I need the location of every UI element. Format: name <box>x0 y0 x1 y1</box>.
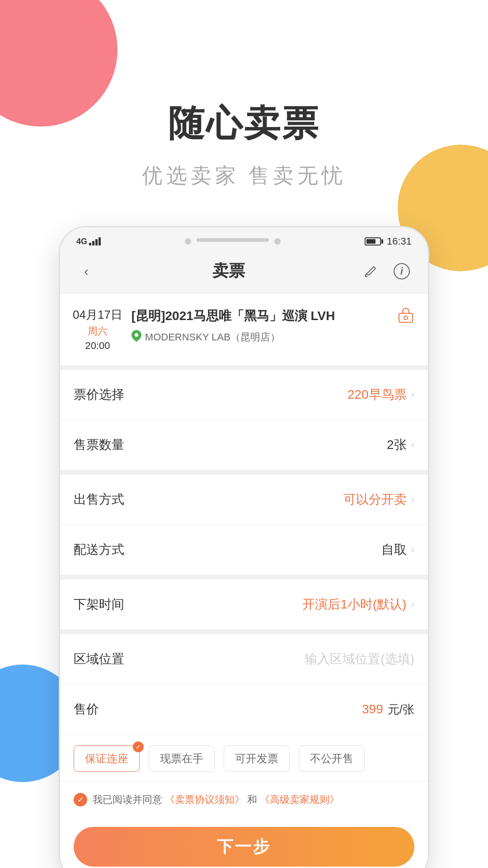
status-bar: 4G 16:31 <box>60 227 428 251</box>
tag-label-2: 可开发票 <box>235 752 278 764</box>
agree-checkbox[interactable]: ✓ <box>74 793 87 807</box>
event-card: 04月17日 周六 20:00 [昆明]2021马思唯「黑马」巡演 LVH M <box>60 293 428 370</box>
status-left: 4G <box>76 237 101 246</box>
sell-method-label: 出售方式 <box>74 491 124 508</box>
delist-time-label: 下架时间 <box>74 596 124 613</box>
agree-text: 我已阅读并同意 《卖票协议须知》 和 《高级卖家规则》 <box>93 792 339 807</box>
chevron-right-icon4: › <box>411 544 414 556</box>
tag-private-sale[interactable]: 不公开售 <box>299 745 365 772</box>
edit-icon <box>364 264 378 278</box>
page-header: 随心卖票 优选卖家 售卖无忧 <box>0 0 488 190</box>
tag-label-3: 不公开售 <box>310 752 353 764</box>
info-icon: i <box>394 263 410 279</box>
svg-point-2 <box>404 316 408 320</box>
tag-invoice[interactable]: 可开发票 <box>224 745 290 772</box>
map-icon[interactable] <box>397 307 414 327</box>
ticket-price-row[interactable]: 票价选择 220早鸟票 › <box>60 370 428 420</box>
delivery-row[interactable]: 配送方式 自取 › <box>60 525 428 575</box>
event-weekday: 周六 <box>88 325 108 338</box>
delist-time-value-area: 开演后1小时(默认) › <box>302 596 414 613</box>
notch <box>197 238 269 242</box>
navigation-bar: ‹ 卖票 i <box>60 251 428 293</box>
battery-icon <box>365 237 383 245</box>
location-value-area: 输入区域位置(选填) <box>305 651 414 668</box>
status-center <box>185 238 281 245</box>
phone-frame: 4G 16:31 <box>59 226 429 868</box>
delivery-value-area: 自取 › <box>381 541 414 558</box>
price-unit: 元/张 <box>388 702 414 717</box>
location-row[interactable]: 区域位置 输入区域位置(选填) <box>60 634 428 684</box>
edit-button[interactable] <box>361 261 381 281</box>
chevron-right-icon5: › <box>411 599 414 610</box>
tag-label-1: 现票在手 <box>160 752 203 764</box>
dot2 <box>274 238 281 245</box>
event-info: [昆明]2021马思唯「黑马」巡演 LVH MODERNSKY LAB（昆明店） <box>131 307 388 344</box>
sell-method-row[interactable]: 出售方式 可以分开卖 › <box>60 475 428 525</box>
price-row[interactable]: 售价 399 元/张 <box>60 684 428 735</box>
tags-row: 保证连座 ✓ 现票在手 可开发票 不公开售 <box>60 735 428 781</box>
sell-method-value-area: 可以分开卖 › <box>343 491 414 508</box>
location-label: 区域位置 <box>74 651 124 668</box>
venue-pin-icon <box>131 330 141 344</box>
section-divider-3 <box>60 630 428 634</box>
agree-link1[interactable]: 《卖票协议须知》 <box>165 794 244 805</box>
ticket-qty-value: 2张 <box>387 436 407 453</box>
form-section: 票价选择 220早鸟票 › 售票数量 2张 › 出售方式 <box>60 370 428 868</box>
event-title: [昆明]2021马思唯「黑马」巡演 LVH <box>131 307 388 325</box>
agree-text-mid: 和 <box>247 794 257 805</box>
event-date: 04月17日 <box>73 307 122 323</box>
svg-point-0 <box>135 333 138 337</box>
agree-text-before: 我已阅读并同意 <box>93 794 162 805</box>
section-divider-2 <box>60 575 428 580</box>
price-number: 399 <box>362 702 383 717</box>
submit-area: 下一步 <box>60 818 428 868</box>
delist-time-row[interactable]: 下架时间 开演后1小时(默认) › <box>60 580 428 630</box>
chevron-right-icon: › <box>411 389 414 401</box>
ticket-qty-value-area: 2张 › <box>387 436 414 453</box>
ticket-qty-label: 售票数量 <box>74 436 124 453</box>
tag-ticket-ready[interactable]: 现票在手 <box>149 745 215 772</box>
svg-rect-1 <box>399 313 413 322</box>
ticket-price-label: 票价选择 <box>74 386 124 403</box>
status-right: 16:31 <box>365 236 412 247</box>
price-label: 售价 <box>74 701 99 718</box>
location-placeholder: 输入区域位置(选填) <box>305 651 414 668</box>
phone-mockup: 4G 16:31 <box>59 226 429 868</box>
ticket-qty-row[interactable]: 售票数量 2张 › <box>60 420 428 470</box>
info-button[interactable]: i <box>392 261 412 281</box>
signal-label: 4G <box>76 237 87 246</box>
submit-button[interactable]: 下一步 <box>74 827 414 867</box>
status-time: 16:31 <box>387 236 412 247</box>
event-date-box: 04月17日 周六 20:00 <box>73 307 122 352</box>
chevron-right-icon3: › <box>411 494 414 505</box>
nav-icons: i <box>361 261 412 281</box>
delist-time-value: 开演后1小时(默认) <box>302 596 406 613</box>
sell-method-value: 可以分开卖 <box>343 491 407 508</box>
content-area: 04月17日 周六 20:00 [昆明]2021马思唯「黑马」巡演 LVH M <box>60 293 428 868</box>
page-subtitle: 优选卖家 售卖无忧 <box>0 162 488 190</box>
dot1 <box>185 238 191 245</box>
delivery-label: 配送方式 <box>74 541 124 558</box>
event-time: 20:00 <box>85 340 110 352</box>
tag-check-icon: ✓ <box>133 741 144 752</box>
section-divider-1 <box>60 470 428 475</box>
back-button[interactable]: ‹ <box>76 261 96 281</box>
venue-name: MODERNSKY LAB（昆明店） <box>145 330 280 344</box>
back-icon: ‹ <box>84 264 89 279</box>
price-value-area: 399 元/张 <box>362 702 414 717</box>
ticket-price-value-area: 220早鸟票 › <box>347 386 414 403</box>
delivery-value: 自取 <box>381 541 407 558</box>
agree-link2[interactable]: 《高级卖家规则》 <box>260 794 339 805</box>
ticket-price-value: 220早鸟票 <box>347 386 407 403</box>
agreement-row: ✓ 我已阅读并同意 《卖票协议须知》 和 《高级卖家规则》 <box>60 781 428 818</box>
tag-guarantee-seat[interactable]: 保证连座 ✓ <box>74 745 140 772</box>
nav-title: 卖票 <box>212 260 245 282</box>
chevron-right-icon2: › <box>411 439 414 451</box>
event-venue: MODERNSKY LAB（昆明店） <box>131 330 388 344</box>
tag-label-0: 保证连座 <box>85 752 128 764</box>
signal-bars <box>89 237 101 245</box>
page-title: 随心卖票 <box>0 99 488 148</box>
